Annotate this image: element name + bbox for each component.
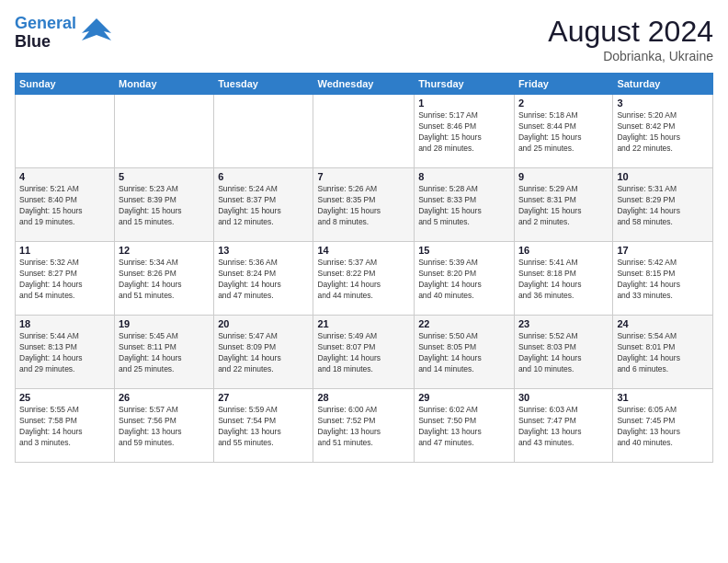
day-number: 24	[617, 318, 709, 329]
day-info: Sunrise: 5:55 AMSunset: 7:58 PMDaylight:…	[19, 405, 110, 449]
day-number: 20	[218, 318, 309, 329]
day-info: Sunrise: 5:47 AMSunset: 8:09 PMDaylight:…	[218, 331, 309, 375]
day-number: 7	[317, 171, 410, 182]
page: General Blue August 2024 Dobrianka, Ukra…	[0, 0, 728, 563]
day-number: 2	[518, 98, 609, 109]
day-number: 27	[218, 392, 309, 403]
calendar-cell: 2Sunrise: 5:18 AMSunset: 8:44 PMDaylight…	[514, 95, 612, 168]
calendar-cell: 1Sunrise: 5:17 AMSunset: 8:46 PMDaylight…	[415, 95, 515, 168]
day-number: 19	[119, 318, 210, 329]
calendar-cell: 10Sunrise: 5:31 AMSunset: 8:29 PMDayligh…	[613, 168, 713, 242]
calendar-cell: 11Sunrise: 5:32 AMSunset: 8:27 PMDayligh…	[16, 242, 115, 316]
day-number: 5	[119, 171, 210, 182]
day-info: Sunrise: 5:26 AMSunset: 8:35 PMDaylight:…	[317, 184, 410, 228]
header-monday: Monday	[115, 74, 214, 95]
calendar-cell: 30Sunrise: 6:03 AMSunset: 7:47 PMDayligh…	[514, 389, 612, 463]
calendar-cell: 5Sunrise: 5:23 AMSunset: 8:39 PMDaylight…	[115, 168, 214, 242]
calendar-cell: 9Sunrise: 5:29 AMSunset: 8:31 PMDaylight…	[514, 168, 612, 242]
day-info: Sunrise: 5:23 AMSunset: 8:39 PMDaylight:…	[119, 184, 210, 228]
day-info: Sunrise: 5:34 AMSunset: 8:26 PMDaylight:…	[119, 258, 210, 302]
calendar-week-row-0: 1Sunrise: 5:17 AMSunset: 8:46 PMDaylight…	[16, 95, 713, 168]
header-thursday: Thursday	[415, 74, 515, 95]
calendar-header-row: Sunday Monday Tuesday Wednesday Thursday…	[16, 74, 713, 95]
day-number: 18	[19, 318, 110, 329]
calendar-cell: 26Sunrise: 5:57 AMSunset: 7:56 PMDayligh…	[115, 389, 214, 463]
day-number: 3	[617, 98, 709, 109]
day-info: Sunrise: 5:17 AMSunset: 8:46 PMDaylight:…	[418, 110, 510, 155]
day-info: Sunrise: 5:59 AMSunset: 7:54 PMDaylight:…	[218, 405, 309, 449]
calendar-cell: 13Sunrise: 5:36 AMSunset: 8:24 PMDayligh…	[214, 242, 313, 316]
day-number: 4	[19, 171, 110, 182]
day-number: 6	[218, 171, 309, 182]
day-info: Sunrise: 5:21 AMSunset: 8:40 PMDaylight:…	[19, 184, 110, 228]
day-number: 22	[418, 318, 510, 329]
month-year-title: August 2024	[548, 15, 713, 49]
day-number: 31	[617, 392, 709, 403]
day-number: 16	[518, 245, 609, 256]
calendar-cell: 6Sunrise: 5:24 AMSunset: 8:37 PMDaylight…	[214, 168, 313, 242]
day-info: Sunrise: 5:29 AMSunset: 8:31 PMDaylight:…	[518, 184, 609, 228]
header-tuesday: Tuesday	[214, 74, 313, 95]
day-number: 8	[418, 171, 510, 182]
day-info: Sunrise: 5:50 AMSunset: 8:05 PMDaylight:…	[418, 331, 510, 375]
day-info: Sunrise: 5:28 AMSunset: 8:33 PMDaylight:…	[418, 184, 510, 228]
calendar-week-row-3: 18Sunrise: 5:44 AMSunset: 8:13 PMDayligh…	[16, 316, 713, 389]
day-info: Sunrise: 5:41 AMSunset: 8:18 PMDaylight:…	[518, 258, 609, 302]
calendar-cell	[214, 95, 313, 168]
calendar-cell: 28Sunrise: 6:00 AMSunset: 7:52 PMDayligh…	[313, 389, 415, 463]
day-number: 14	[317, 245, 410, 256]
day-number: 12	[119, 245, 210, 256]
calendar-cell: 3Sunrise: 5:20 AMSunset: 8:42 PMDaylight…	[613, 95, 713, 168]
calendar-cell: 23Sunrise: 5:52 AMSunset: 8:03 PMDayligh…	[514, 316, 612, 389]
calendar-cell: 24Sunrise: 5:54 AMSunset: 8:01 PMDayligh…	[613, 316, 713, 389]
day-info: Sunrise: 6:03 AMSunset: 7:47 PMDaylight:…	[518, 405, 609, 449]
calendar-week-row-4: 25Sunrise: 5:55 AMSunset: 7:58 PMDayligh…	[16, 389, 713, 463]
calendar-cell: 31Sunrise: 6:05 AMSunset: 7:45 PMDayligh…	[613, 389, 713, 463]
day-info: Sunrise: 5:54 AMSunset: 8:01 PMDaylight:…	[617, 331, 709, 375]
day-number: 9	[518, 171, 609, 182]
day-number: 28	[317, 392, 410, 403]
day-info: Sunrise: 5:42 AMSunset: 8:15 PMDaylight:…	[617, 258, 709, 302]
day-info: Sunrise: 5:32 AMSunset: 8:27 PMDaylight:…	[19, 258, 110, 302]
calendar-cell: 29Sunrise: 6:02 AMSunset: 7:50 PMDayligh…	[415, 389, 515, 463]
calendar-cell	[16, 95, 115, 168]
location-subtitle: Dobrianka, Ukraine	[548, 49, 713, 63]
header: General Blue August 2024 Dobrianka, Ukra…	[15, 15, 713, 63]
day-number: 21	[317, 318, 410, 329]
logo-bird-icon	[80, 15, 113, 52]
day-number: 13	[218, 245, 309, 256]
calendar-cell: 17Sunrise: 5:42 AMSunset: 8:15 PMDayligh…	[613, 242, 713, 316]
calendar-cell: 4Sunrise: 5:21 AMSunset: 8:40 PMDaylight…	[16, 168, 115, 242]
day-info: Sunrise: 6:02 AMSunset: 7:50 PMDaylight:…	[418, 405, 510, 449]
day-number: 10	[617, 171, 709, 182]
calendar-cell: 7Sunrise: 5:26 AMSunset: 8:35 PMDaylight…	[313, 168, 415, 242]
calendar-cell: 27Sunrise: 5:59 AMSunset: 7:54 PMDayligh…	[214, 389, 313, 463]
calendar-cell: 18Sunrise: 5:44 AMSunset: 8:13 PMDayligh…	[16, 316, 115, 389]
day-info: Sunrise: 5:39 AMSunset: 8:20 PMDaylight:…	[418, 258, 510, 302]
calendar-cell: 15Sunrise: 5:39 AMSunset: 8:20 PMDayligh…	[415, 242, 515, 316]
day-info: Sunrise: 5:36 AMSunset: 8:24 PMDaylight:…	[218, 258, 309, 302]
calendar-cell: 25Sunrise: 5:55 AMSunset: 7:58 PMDayligh…	[16, 389, 115, 463]
calendar-cell	[115, 95, 214, 168]
day-number: 29	[418, 392, 510, 403]
calendar-cell: 19Sunrise: 5:45 AMSunset: 8:11 PMDayligh…	[115, 316, 214, 389]
day-number: 15	[418, 245, 510, 256]
day-info: Sunrise: 5:24 AMSunset: 8:37 PMDaylight:…	[218, 184, 309, 228]
day-info: Sunrise: 5:18 AMSunset: 8:44 PMDaylight:…	[518, 110, 609, 155]
day-info: Sunrise: 5:57 AMSunset: 7:56 PMDaylight:…	[119, 405, 210, 449]
calendar-table: Sunday Monday Tuesday Wednesday Thursday…	[15, 73, 713, 463]
calendar-cell: 14Sunrise: 5:37 AMSunset: 8:22 PMDayligh…	[313, 242, 415, 316]
day-info: Sunrise: 5:37 AMSunset: 8:22 PMDaylight:…	[317, 258, 410, 302]
calendar-cell: 8Sunrise: 5:28 AMSunset: 8:33 PMDaylight…	[415, 168, 515, 242]
day-info: Sunrise: 5:49 AMSunset: 8:07 PMDaylight:…	[317, 331, 410, 375]
day-info: Sunrise: 5:20 AMSunset: 8:42 PMDaylight:…	[617, 110, 709, 155]
calendar-cell: 22Sunrise: 5:50 AMSunset: 8:05 PMDayligh…	[415, 316, 515, 389]
day-info: Sunrise: 6:05 AMSunset: 7:45 PMDaylight:…	[617, 405, 709, 449]
calendar-cell: 20Sunrise: 5:47 AMSunset: 8:09 PMDayligh…	[214, 316, 313, 389]
day-number: 30	[518, 392, 609, 403]
calendar-cell: 12Sunrise: 5:34 AMSunset: 8:26 PMDayligh…	[115, 242, 214, 316]
logo-blue: Blue	[15, 33, 76, 52]
calendar-week-row-1: 4Sunrise: 5:21 AMSunset: 8:40 PMDaylight…	[16, 168, 713, 242]
day-number: 23	[518, 318, 609, 329]
day-info: Sunrise: 5:52 AMSunset: 8:03 PMDaylight:…	[518, 331, 609, 375]
